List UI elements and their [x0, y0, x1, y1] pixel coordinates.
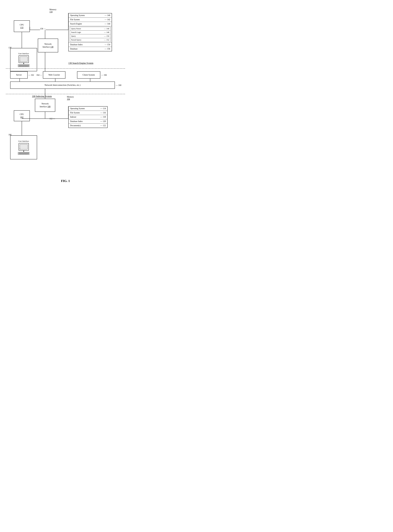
stack-row-search-logic: Search Logic ― 148 — [70, 30, 110, 34]
server-id: ― 162 — [28, 74, 34, 76]
user-interface-box-136: User Interface □ — [10, 48, 37, 71]
stack-row-db-index: Database Index ― 154 — [69, 43, 112, 47]
ui-label-136: User Interface — [18, 52, 29, 55]
user-interface-box-106: User Interface □ — [10, 135, 37, 159]
idx-stack-db-index: Database Index ― 120 — [69, 119, 107, 124]
stack-row-query-parser: Query Parser ― 146 — [70, 27, 110, 31]
web-crawler-box: Web Crawler — [43, 71, 65, 79]
cpu-label: CPU — [20, 23, 24, 26]
dashed-divider-1 — [6, 68, 125, 69]
bus-label-158: 158 ― — [40, 28, 46, 30]
cpu-box-132: CPU 132 — [14, 20, 30, 32]
cpu-box-102: CPU 102 — [14, 110, 30, 121]
search-engine-system-label: 130 Search Engine System — [68, 62, 93, 65]
ui-label-106: User Interface — [18, 140, 29, 142]
memory-stack-indexing: Operating System ― 114 File System ― 116… — [68, 106, 108, 128]
memory-stack-search: Operating System ― 140 File System ― 142… — [68, 13, 112, 51]
interconnection-id: ― 160 — [116, 84, 121, 86]
client-system-id: ― 166 — [101, 74, 107, 76]
idx-stack-os: Operating System ― 114 — [69, 106, 107, 111]
cpu-label-102: CPU — [20, 113, 24, 116]
stack-row-parsed-query: Parsed Query ― 152 — [70, 38, 110, 42]
memory-label-134: Memory 134 — [49, 8, 56, 13]
ni-138-label: NetworkInterface 138 — [43, 43, 53, 48]
server-box: Server — [10, 71, 28, 79]
web-crawler-id: 164 ― — [36, 74, 42, 76]
cpu-id: 132 — [20, 26, 24, 29]
memory-label-104: Memory 104 — [67, 96, 74, 100]
stack-row-os: Operating System ― 140 — [69, 13, 112, 18]
idx-stack-fs: File System ― 116 — [69, 111, 107, 115]
network-interface-108: NetworkInterface 108 — [35, 99, 55, 112]
fig-caption: FIG. 1 — [6, 179, 125, 183]
bus-label-112: 112 ― — [49, 118, 55, 120]
stack-row-fs: File System ― 142 — [69, 18, 112, 22]
network-interface-138: NetworkInterface 138 — [38, 39, 58, 52]
dashed-divider-2 — [6, 94, 125, 94]
stack-row-db: Database ― 156 — [69, 47, 112, 51]
idx-stack-indexer: Indexer ― 118 — [69, 115, 107, 119]
stack-row-query: Query ― 150 — [70, 34, 110, 38]
idx-stack-docs: Document(s) ― 122 — [69, 124, 107, 128]
cpu-id-102: 102 — [20, 116, 24, 119]
network-interconnection-box: Network Interconnection (Switches, etc.) — [10, 81, 115, 89]
stack-row-search-engine: Search Engine ― 144 Query Parser ― 146 S… — [69, 22, 112, 43]
indexing-system-label: 100 Indexing System — [32, 95, 52, 98]
client-system-box: Client System — [77, 71, 100, 79]
